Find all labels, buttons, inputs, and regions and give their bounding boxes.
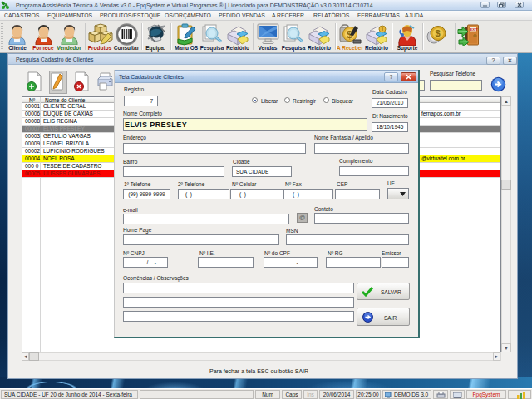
svg-text:$: $ [436, 28, 441, 38]
svg-text:EXIT: EXIT [470, 27, 478, 32]
